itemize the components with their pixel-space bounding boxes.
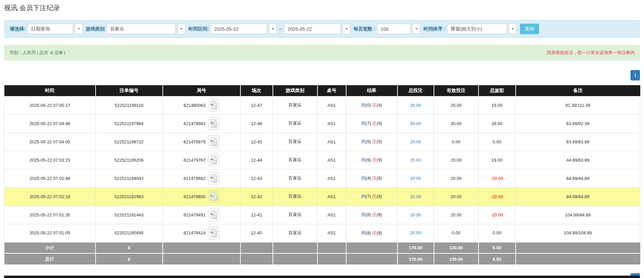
total-bet-link[interactable]: 20.00	[410, 158, 421, 163]
video-replay-button[interactable]	[208, 153, 220, 167]
total-bet-link[interactable]: 20.00	[410, 194, 421, 199]
cell-result: 闲(0) 庄(4)	[346, 96, 397, 114]
game-type-label: 游戏类别	[86, 26, 105, 32]
page-size-dropdown-button[interactable]	[412, 24, 420, 34]
cell-note: 63.89/63.89	[516, 133, 640, 151]
total-row: 总计 8 170.00 130.00 6.50	[4, 253, 640, 264]
cell-session: 12-47	[240, 96, 273, 114]
cell-result: 闲(5) 庄(5)	[346, 133, 397, 151]
cell-total-bet: 20.00	[397, 151, 434, 169]
query-type-label: 请选择:	[10, 26, 26, 32]
result-player-label: 闲	[361, 102, 366, 108]
header-game-type: 游戏类别	[273, 85, 317, 96]
total-bet-link[interactable]: 20.00	[410, 230, 421, 235]
round-id-content: 621479414	[163, 226, 240, 240]
cell-result: 闲(4) 庄(6)	[346, 169, 397, 187]
video-file-icon	[210, 174, 217, 183]
cell-game-type: 百家乐	[273, 114, 317, 133]
cell-session: 12-45	[240, 133, 273, 151]
cell-total-bet: 20.00	[397, 133, 434, 151]
page-size-select[interactable]: 100	[377, 24, 411, 34]
video-replay-button[interactable]	[208, 171, 220, 185]
subtotal-valid-bet: 130.00	[434, 242, 479, 253]
total-bet-link[interactable]: 20.00	[410, 103, 421, 108]
game-type-dropdown-button[interactable]	[177, 24, 185, 34]
total-bet-link[interactable]: 20.00	[410, 212, 421, 217]
cell-total-bet: 20.00	[397, 206, 434, 224]
date-from-value: 2025-05-22	[214, 26, 238, 32]
page-size-value: 100	[381, 26, 388, 32]
date-to-value: 2025-05-22	[288, 26, 312, 32]
search-button[interactable]: 查询	[520, 24, 539, 34]
date-to-dropdown-button[interactable]	[342, 24, 351, 34]
table-row: 2025-05-22 07:01:35522521191443621479491…	[4, 206, 640, 224]
cell-total-bet: 20.00	[397, 187, 434, 206]
video-replay-button[interactable]	[208, 190, 220, 203]
cell-valid-bet: 20.00	[434, 187, 479, 206]
cell-round-id: 621479879	[163, 133, 240, 151]
date-to-select[interactable]: 2025-05-22	[284, 24, 341, 34]
pagination-page-1-button[interactable]: 1	[630, 70, 640, 80]
video-replay-button[interactable]	[208, 208, 220, 222]
cell-valid-bet: 0.00	[434, 133, 479, 151]
cell-payout: -20.00	[479, 169, 516, 187]
sort-order-select[interactable]: 降冪(由大到小)	[447, 24, 507, 34]
query-type-dropdown-button[interactable]	[75, 24, 83, 34]
result-player-score: (7)	[366, 121, 372, 126]
cell-session: 12-40	[240, 224, 273, 242]
cell-payout: 0.00	[479, 133, 516, 151]
cell-table-no: AS1	[317, 151, 346, 169]
result-banker-label: 庄	[372, 121, 377, 126]
cell-bet-id: 522521191443	[96, 206, 163, 224]
cell-note: 104.89/104.89	[516, 224, 640, 242]
result-banker-score: (6)	[377, 176, 382, 181]
game-type-select[interactable]: 百家乐	[106, 24, 176, 34]
round-id-value: 621479983	[183, 121, 205, 126]
round-id-content: 621479600	[163, 190, 240, 203]
cell-result: 闲(7) 庄(6)	[346, 187, 397, 206]
result-banker-label: 庄	[372, 102, 377, 108]
chevron-down-icon	[415, 28, 418, 30]
cell-bet-id: 522521192963	[96, 187, 163, 206]
table-row: 2025-05-22 07:03:23522521195206621479767…	[4, 151, 640, 169]
date-from-select[interactable]: 2025-05-22	[210, 24, 267, 34]
cell-session: 12-43	[240, 169, 273, 187]
subtotal-total-bet: 170.00	[397, 242, 434, 253]
result-player-label: 闲	[361, 176, 366, 181]
video-file-icon	[210, 156, 217, 164]
cell-round-id: 621479983	[163, 114, 240, 133]
date-from-dropdown-button[interactable]	[269, 24, 277, 34]
video-replay-button[interactable]	[208, 98, 220, 112]
betting-records-page: 视讯 会员下注纪录 请选择: 日期查询 游戏类别 百家乐 时间区间: 2025-…	[0, 0, 644, 278]
cell-time: 2025-05-22 07:01:35	[4, 206, 96, 224]
cell-bet-id: 522521196722	[96, 133, 163, 151]
cell-result: 闲(6) 庄(9)	[346, 151, 397, 169]
video-replay-button[interactable]	[208, 117, 220, 130]
cell-payout: 28.50	[479, 114, 516, 133]
video-replay-button[interactable]	[208, 226, 220, 240]
total-bet-link[interactable]: 20.00	[410, 176, 421, 181]
result-player-label: 闲	[361, 230, 366, 235]
cell-valid-bet: 20.00	[434, 169, 479, 187]
round-id-content: 621479767	[163, 153, 240, 167]
cell-table-no: AS1	[317, 133, 346, 151]
round-id-value: 621480063	[183, 103, 205, 108]
cell-valid-bet: 0.00	[434, 224, 479, 242]
cell-note: 44.89/63.89	[516, 151, 640, 169]
sort-order-dropdown-button[interactable]	[509, 24, 517, 34]
header-result: 结果	[346, 85, 397, 96]
result-player-label: 闲	[361, 212, 366, 217]
sort-order-value: 降冪(由大到小)	[451, 26, 482, 32]
video-replay-button[interactable]	[208, 135, 220, 148]
header-bet-id: 注单编号	[96, 85, 163, 96]
total-bet-link[interactable]: 20.00	[410, 139, 421, 144]
cell-round-id: 621479414	[163, 224, 240, 242]
query-type-select[interactable]: 日期查询	[27, 24, 73, 34]
result-banker-score: (4)	[377, 102, 382, 108]
header-payout: 总派彩	[479, 85, 516, 96]
cell-session: 12-42	[240, 187, 273, 206]
cell-table-no: AS1	[317, 169, 346, 187]
table-header-row: 时间 注单编号 局号 场次 游戏类别 桌号 结果 总投注 有效投注 总派彩 备注	[4, 85, 640, 96]
header-valid-bet: 有效投注	[434, 85, 479, 96]
total-bet-link[interactable]: 30.00	[410, 121, 421, 126]
